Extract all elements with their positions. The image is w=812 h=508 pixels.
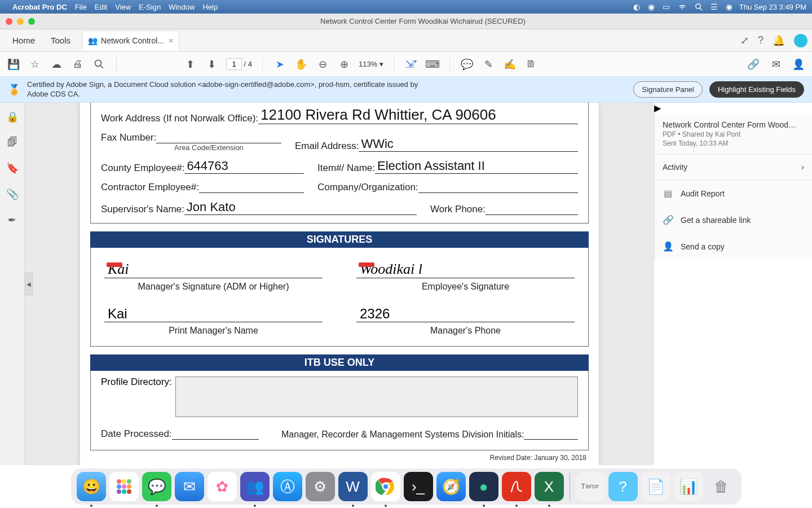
page-up-icon[interactable]: ⬆ [183,58,197,71]
tab-home[interactable]: Home [5,29,43,52]
comment-icon[interactable]: 💬 [460,58,474,71]
dock-launchpad[interactable] [109,472,139,501]
zoom-dropdown-icon[interactable]: ▾ [379,60,383,68]
county-emp-value[interactable]: 644763 [184,159,304,174]
manager-phone-field[interactable]: 2326 [356,303,575,322]
fax-value[interactable] [156,131,281,143]
notifications-icon[interactable]: 🔔 [773,34,785,47]
collapse-right-icon[interactable]: ▶ [654,103,812,113]
find-icon[interactable] [92,59,106,70]
wifi-icon[interactable] [678,3,687,10]
menubar-clock[interactable]: Thu Sep 23 3:49 PM [739,3,806,11]
display-settings-icon[interactable]: ⤢ [740,34,749,47]
dock-excel[interactable]: X [535,472,564,501]
dock-webex[interactable]: ● [469,472,498,501]
profile-directory-field[interactable] [175,376,578,417]
dock-word[interactable]: W [338,472,368,501]
zoom-in-icon[interactable]: ⊕ [337,58,351,71]
print-icon[interactable]: 🖨 [71,58,85,70]
collapse-left-icon[interactable]: ◀ [25,273,33,295]
dock-chrome[interactable] [371,472,400,501]
dock-mail[interactable]: ✉ [175,472,204,501]
minimize-window-button[interactable] [17,18,24,25]
signature-panel-button[interactable]: Signature Panel [633,81,703,98]
activity-section[interactable]: Activity › [655,155,812,180]
select-tool-icon[interactable]: ➤ [273,58,286,71]
dock-teams[interactable]: 👥 [240,472,270,501]
close-window-button[interactable] [6,18,12,25]
attachment-icon[interactable]: 📎 [6,188,19,200]
read-mode-icon[interactable]: ⌨ [426,58,439,71]
search-icon[interactable] [695,3,703,11]
send-copy-item[interactable]: 👤 Send a copy [655,233,812,260]
menu-help[interactable]: Help [202,3,218,11]
manager-signature-field[interactable]: Kai [104,259,323,278]
save-icon[interactable]: 💾 [7,58,20,71]
lock-icon[interactable]: 🔒 [6,111,19,123]
audit-report-item[interactable]: ▤ Audit Report [655,180,812,207]
dock-doc2[interactable]: 📊 [674,472,703,501]
employee-signature-field[interactable]: Woodikai l [356,259,575,278]
menu-file[interactable]: File [75,3,87,11]
signature-pen-icon[interactable]: ✒ [8,214,16,226]
dock-settings[interactable]: ⚙ [306,472,335,501]
page-down-icon[interactable]: ⬇ [205,58,218,71]
bookmark-icon[interactable]: 🔖 [6,162,19,174]
user-avatar[interactable] [794,34,807,47]
dock-doc1[interactable]: 📄 [641,472,670,501]
menu-esign[interactable]: E-Sign [139,3,161,11]
dock-messages[interactable]: 💬 [142,472,171,501]
hand-tool-icon[interactable]: ✋ [294,58,308,71]
zoom-window-button[interactable] [28,18,35,25]
link-icon[interactable]: 🔗 [747,58,760,71]
dock-safari[interactable]: 🧭 [436,472,466,501]
fit-width-icon[interactable]: ⇲ ▾ [404,58,418,71]
more-tools-icon[interactable]: 🗎 [524,58,538,70]
document-tab[interactable]: 👥 Network Control... × [82,30,179,51]
email-icon[interactable]: ✉ [769,58,783,71]
control-center-icon[interactable]: ☰ [710,2,718,11]
dock-help[interactable]: ? [608,472,638,501]
dock-terminal[interactable]: ›_ [404,472,433,501]
battery-icon[interactable]: ▭ [663,2,670,11]
status-icon[interactable]: ◐ [633,2,640,11]
siri-icon[interactable]: ◉ [726,2,732,11]
highlight-fields-button[interactable]: Highlight Existing Fields [709,81,804,98]
cloud-upload-icon[interactable]: ☁ [50,58,63,71]
current-page-input[interactable] [226,58,242,70]
email-value[interactable]: WWic [359,137,578,152]
date-processed-field[interactable] [172,427,259,440]
dock-finder[interactable]: 😀 [77,472,106,501]
dock-appstore[interactable]: Ⓐ [273,472,302,501]
company-value[interactable] [418,181,578,193]
pages-panel-icon[interactable]: 🗐 [7,137,17,148]
dock-textedit[interactable]: T≡FDF [576,472,605,501]
initials-field[interactable] [524,427,578,440]
item-value[interactable]: Election Assistant II [375,159,578,174]
share-people-icon[interactable]: 👤 [792,58,805,71]
share-link-item[interactable]: 🔗 Get a shareable link [655,207,812,233]
menu-window[interactable]: Window [169,3,195,11]
main-workspace: 🔒 🗐 🔖 📎 ✒ ◀ Work Address (If not Norwalk… [0,103,812,465]
manager-name-field[interactable]: Kai [104,303,323,322]
tab-tools[interactable]: Tools [43,29,78,52]
workphone-value[interactable] [486,203,578,215]
app-name[interactable]: Acrobat Pro DC [12,3,67,11]
help-icon[interactable]: ? [758,34,764,46]
menu-view[interactable]: View [115,3,131,11]
dock-trash[interactable]: 🗑 [707,472,736,501]
dock-acrobat[interactable] [502,472,531,501]
sign-tool-icon[interactable]: ✍ [503,58,517,71]
highlight-tool-icon[interactable]: ✎ [482,58,495,71]
close-tab-button[interactable]: × [169,36,173,45]
star-icon[interactable]: ☆ [28,58,42,71]
supervisor-value[interactable]: Jon Kato [184,200,417,215]
zoom-out-icon[interactable]: ⊖ [316,58,329,71]
record-icon[interactable]: ◉ [648,2,655,11]
contractor-value[interactable] [199,181,304,193]
work-address-value[interactable]: 12100 Rivera Rd Whittier, CA 90606 [258,106,578,124]
document-viewport[interactable]: ◀ Work Address (If not Norwalk Office): … [25,103,654,465]
menu-edit[interactable]: Edit [95,3,107,11]
dock-photos[interactable]: ✿ [208,472,237,501]
zoom-level[interactable]: 113% ▾ [359,60,383,68]
